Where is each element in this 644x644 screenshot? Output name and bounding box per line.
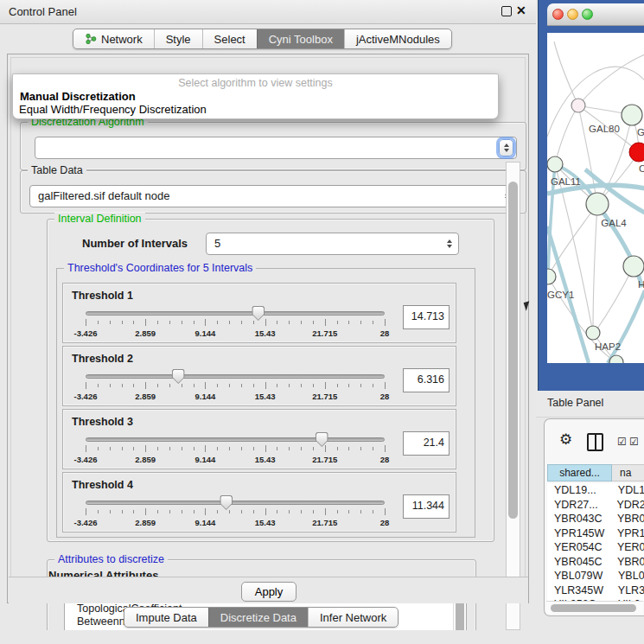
- tab-style[interactable]: Style: [154, 29, 202, 48]
- threshold-panel: Threshold 1 -3.4262.8599.14415.4321.7152…: [62, 283, 456, 343]
- tab-label: Network: [101, 33, 143, 46]
- node-label: GAL11: [551, 176, 581, 187]
- slider-track[interactable]: [86, 311, 385, 316]
- bottom-tab-bar: Impute Data Discretize Data Infer Networ…: [124, 607, 399, 628]
- panel-scrollbar[interactable]: [506, 162, 520, 630]
- apply-button[interactable]: Apply: [241, 582, 296, 602]
- tab-network[interactable]: Network: [73, 29, 154, 48]
- dropdown-prompt: Select algorithm to view settings: [13, 77, 498, 89]
- tab-infer-network[interactable]: Infer Network: [308, 608, 398, 627]
- combobox-value: 5: [214, 237, 220, 250]
- table-row[interactable]: YDL19...YDL1: [547, 483, 644, 498]
- table-body: YDL19...YDL1 YDR27...YDR2 YBR043CYBR0 YP…: [547, 483, 644, 601]
- threshold-label: Threshold 2: [72, 353, 133, 365]
- threshold-1-value-field[interactable]: 14.713: [403, 305, 450, 329]
- number-of-intervals-combobox[interactable]: 5: [206, 233, 459, 255]
- close-traffic-light-icon[interactable]: [552, 9, 564, 20]
- node-label: GAL80: [589, 124, 620, 134]
- slider-ticks: [86, 508, 385, 516]
- tab-label: Style: [166, 33, 191, 46]
- checkbox-icon[interactable]: ☑: [629, 436, 639, 448]
- slider-track[interactable]: [86, 374, 385, 379]
- tab-discretize-data[interactable]: Discretize Data: [208, 608, 308, 627]
- table-panel-header: Table Panel: [536, 391, 644, 418]
- column-header-name[interactable]: na: [612, 464, 644, 481]
- tab-impute-data[interactable]: Impute Data: [124, 608, 208, 627]
- network-canvas[interactable]: GAL80GACGAL11GAL4GCY1HHAP2: [547, 33, 644, 363]
- node-label: GCY1: [547, 290, 574, 300]
- slider-track[interactable]: [86, 501, 385, 505]
- table-panel-title: Table Panel: [547, 397, 603, 409]
- threshold-2-value-field[interactable]: 6.316: [403, 368, 450, 392]
- slider-ticks: [86, 319, 385, 327]
- table-row[interactable]: YPR145WYPR1: [547, 526, 644, 541]
- node-label: GAL4: [601, 218, 627, 228]
- threshold-panel: Threshold 2 -3.4262.8599.14415.4321.7152…: [62, 346, 456, 406]
- scrollbar-thumb[interactable]: [551, 604, 636, 612]
- node-gal80: [571, 99, 585, 112]
- control-panel-titlebar: Control Panel ✕: [0, 0, 536, 24]
- algorithm-dropdown-popup: Select algorithm to view settings Manual…: [12, 73, 499, 119]
- close-icon[interactable]: ✕: [516, 3, 526, 17]
- slider-ticks: [86, 382, 385, 390]
- tab-select[interactable]: Select: [202, 29, 257, 48]
- tab-label: jActiveMNodules: [356, 33, 440, 46]
- threshold-3-value-field[interactable]: 21.4: [403, 431, 450, 456]
- checkbox-icon[interactable]: ☑: [617, 436, 627, 448]
- threshold-label: Threshold 4: [72, 479, 133, 491]
- stepper-icon: [443, 237, 455, 251]
- node-gal4: [586, 193, 609, 215]
- node-gal11: [547, 156, 563, 172]
- node-green-top: [622, 105, 642, 125]
- threshold-4-value-field[interactable]: 11.344: [403, 494, 450, 519]
- node-label: HAP2: [595, 341, 621, 352]
- table-row[interactable]: YBR043CYBR0: [547, 512, 644, 526]
- table-row[interactable]: YBL079WYBL0: [547, 569, 644, 583]
- slider-ticks: [86, 445, 385, 453]
- table-row[interactable]: YER054CYER0: [547, 540, 644, 555]
- node-gcy1: [547, 269, 556, 284]
- threshold-4-slider[interactable]: -3.4262.8599.14415.4321.71528: [86, 497, 385, 532]
- tab-cyni-toolbox[interactable]: Cyni Toolbox: [257, 29, 344, 48]
- tab-label: Impute Data: [136, 611, 197, 624]
- node-label: GA: [637, 127, 644, 137]
- threshold-3-slider[interactable]: -3.4262.8599.14415.4321.71528: [86, 434, 385, 469]
- column-header-shared-name[interactable]: shared...: [547, 464, 612, 481]
- stepper-icon[interactable]: [499, 139, 513, 156]
- network-icon: [85, 33, 97, 45]
- split-view-icon[interactable]: [587, 433, 603, 451]
- dropdown-option-manual[interactable]: Manual Discretization: [20, 90, 136, 103]
- node-h: [623, 256, 644, 277]
- table-row[interactable]: YDR27...YDR2: [547, 498, 644, 513]
- group-title: Threshold's Coordinates for 5 Intervals: [64, 262, 256, 274]
- tab-label: Discretize Data: [220, 611, 296, 624]
- table-horizontal-scrollbar[interactable]: [546, 601, 643, 614]
- interval-definition-group: Interval Definition Number of Intervals …: [47, 219, 494, 542]
- settings-gear-icon[interactable]: ⚙: [559, 430, 572, 449]
- tab-jactivemnodules[interactable]: jActiveMNodules: [344, 29, 451, 48]
- threshold-panel: Threshold 3 -3.4262.8599.14415.4321.7152…: [62, 409, 456, 469]
- network-view-window: GAL80GACGAL11GAL4GCY1HHAP2: [538, 0, 644, 391]
- algorithm-combobox[interactable]: [35, 137, 517, 159]
- network-window-titlebar[interactable]: [547, 3, 644, 26]
- thresholds-group: Threshold's Coordinates for 5 Intervals …: [56, 268, 475, 538]
- minimize-traffic-light-icon[interactable]: [567, 9, 578, 20]
- float-window-icon[interactable]: [501, 6, 512, 16]
- dropdown-option-equal-width[interactable]: Equal Width/Frequency Discretization: [19, 103, 207, 116]
- table-header-row: shared... na: [547, 464, 644, 481]
- threshold-panel: Threshold 4 -3.4262.8599.14415.4321.7152…: [62, 472, 456, 532]
- scrollbar-thumb[interactable]: [508, 182, 518, 519]
- slider-tick-labels: -3.4262.8599.14415.4321.71528: [86, 455, 385, 465]
- tab-label: Select: [214, 33, 245, 46]
- table-row[interactable]: YLR345WYLR3: [547, 583, 644, 598]
- threshold-1-slider[interactable]: -3.4262.8599.14415.4321.71528: [86, 308, 385, 342]
- tab-label: Infer Network: [320, 611, 386, 624]
- node-label: C: [639, 163, 644, 174]
- node-label: H: [638, 279, 644, 290]
- threshold-2-slider[interactable]: -3.4262.8599.14415.4321.71528: [86, 371, 385, 405]
- table-row[interactable]: YBR045CYBR0: [547, 555, 644, 570]
- apply-row: Apply: [9, 577, 528, 603]
- slider-track[interactable]: [86, 437, 385, 442]
- zoom-traffic-light-icon[interactable]: [582, 9, 593, 20]
- node-hap2: [586, 326, 600, 340]
